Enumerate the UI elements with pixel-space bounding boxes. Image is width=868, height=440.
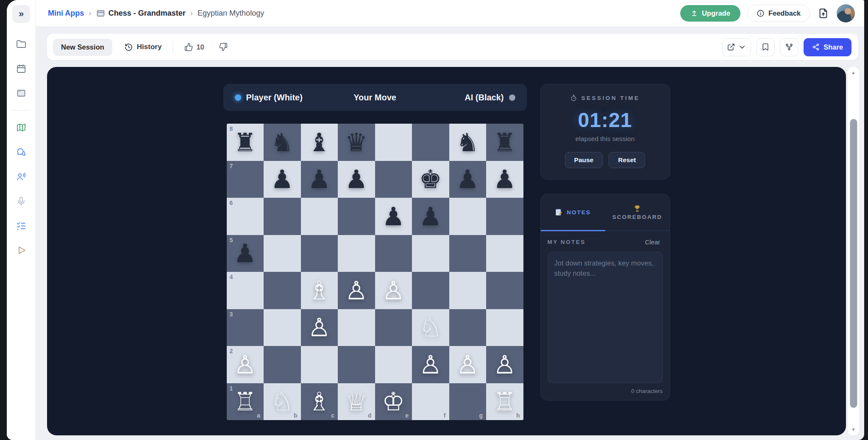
tab-notes[interactable]: NOTES [541, 194, 605, 231]
square-h1[interactable]: h♖ [486, 383, 523, 421]
square-h7[interactable]: ♟ [486, 161, 523, 198]
like-button[interactable]: 10 [181, 42, 206, 52]
square-a6[interactable]: 6 [227, 198, 264, 235]
versions-button[interactable] [780, 38, 798, 56]
piece-black-pawn[interactable]: ♟ [419, 204, 442, 229]
square-f7[interactable]: ♚ [412, 161, 449, 198]
square-a7[interactable]: 7 [227, 161, 264, 198]
scroll-down-arrow[interactable]: ▼ [851, 427, 856, 432]
square-a3[interactable]: 3 [227, 309, 264, 346]
square-e6[interactable]: ♟ [375, 198, 412, 235]
sidebar-item-map[interactable] [12, 119, 31, 137]
square-h8[interactable]: ♜ [486, 124, 523, 161]
piece-white-pawn[interactable]: ♙ [493, 352, 516, 377]
sidebar-item-chat[interactable] [12, 143, 31, 162]
piece-black-queen[interactable]: ♛ [345, 130, 368, 155]
square-a5[interactable]: 5♟ [227, 235, 264, 272]
square-b6[interactable] [264, 198, 301, 235]
square-e7[interactable] [375, 161, 412, 198]
square-d8[interactable]: ♛ [338, 124, 375, 161]
square-f1[interactable]: f [412, 383, 449, 421]
sidebar-item-checklist[interactable] [12, 217, 31, 235]
share-button[interactable]: Share [804, 38, 851, 56]
square-d6[interactable] [338, 198, 375, 235]
piece-black-pawn[interactable]: ♟ [456, 166, 479, 192]
piece-white-knight[interactable]: ♘ [419, 315, 442, 340]
square-c8[interactable]: ♝ [301, 124, 338, 161]
piece-black-pawn[interactable]: ♟ [308, 166, 331, 192]
piece-white-pawn[interactable]: ♙ [345, 278, 368, 303]
square-a8[interactable]: 8♜ [227, 124, 264, 161]
square-g1[interactable]: g [449, 383, 487, 421]
piece-white-pawn[interactable]: ♙ [308, 315, 331, 340]
square-b4[interactable] [264, 272, 301, 309]
square-e1[interactable]: e♔ [375, 383, 412, 421]
piece-black-pawn[interactable]: ♟ [271, 166, 294, 192]
square-b2[interactable] [264, 346, 301, 383]
expand-sidebar-button[interactable]: » [12, 5, 30, 23]
square-c2[interactable] [301, 346, 338, 383]
square-b3[interactable] [264, 309, 301, 346]
square-a2[interactable]: 2♙ [227, 346, 264, 383]
square-e3[interactable] [375, 309, 412, 346]
square-f8[interactable] [412, 124, 449, 161]
piece-white-pawn[interactable]: ♙ [456, 352, 479, 377]
square-a1[interactable]: 1a♖ [227, 383, 264, 421]
square-e8[interactable] [375, 124, 412, 161]
piece-white-king[interactable]: ♔ [382, 389, 405, 414]
square-c1[interactable]: c♗ [301, 383, 338, 421]
square-h5[interactable] [486, 235, 523, 272]
reset-button[interactable]: Reset [609, 152, 645, 168]
piece-black-knight[interactable]: ♞ [456, 130, 479, 155]
piece-white-rook[interactable]: ♖ [493, 389, 516, 414]
sidebar-item-calendar[interactable] [12, 60, 31, 78]
square-e2[interactable] [375, 346, 412, 383]
tab-scoreboard[interactable]: SCOREBOARD [605, 194, 670, 231]
sidebar-item-microphone[interactable] [12, 192, 31, 211]
piece-white-queen[interactable]: ♕ [345, 389, 368, 414]
piece-black-pawn[interactable]: ♟ [382, 204, 405, 229]
piece-white-pawn[interactable]: ♙ [419, 352, 442, 377]
user-avatar[interactable] [837, 4, 855, 22]
breadcrumb-app-label[interactable]: Chess - Grandmaster [108, 9, 186, 18]
piece-white-rook[interactable]: ♖ [234, 389, 256, 414]
square-g3[interactable] [449, 309, 487, 346]
square-d3[interactable] [338, 309, 375, 346]
bookmark-button[interactable] [756, 38, 775, 56]
open-external-button[interactable] [722, 38, 751, 56]
notes-textarea[interactable] [548, 252, 663, 383]
square-g4[interactable] [449, 272, 487, 309]
sidebar-item-mini-apps[interactable] [12, 84, 31, 103]
square-h6[interactable] [486, 198, 523, 235]
square-f6[interactable]: ♟ [412, 198, 449, 235]
square-f5[interactable] [412, 235, 449, 272]
piece-white-bishop[interactable]: ♗ [308, 278, 331, 303]
sidebar-item-folder[interactable] [12, 35, 31, 54]
square-b7[interactable]: ♟ [264, 161, 301, 198]
piece-black-pawn[interactable]: ♟ [493, 166, 516, 192]
square-f2[interactable]: ♙ [412, 346, 449, 383]
feedback-button[interactable]: Feedback [747, 5, 810, 22]
square-g7[interactable]: ♟ [449, 161, 487, 198]
square-g6[interactable] [449, 198, 487, 235]
piece-black-pawn[interactable]: ♟ [234, 241, 256, 266]
scrollbar-track[interactable] [848, 75, 859, 427]
piece-white-pawn[interactable]: ♙ [382, 278, 405, 303]
square-d2[interactable] [338, 346, 375, 383]
new-session-button[interactable]: New Session [53, 39, 112, 56]
sidebar-item-play[interactable] [12, 241, 31, 260]
piece-black-knight[interactable]: ♞ [271, 130, 294, 155]
piece-black-rook[interactable]: ♜ [493, 130, 516, 155]
piece-white-knight[interactable]: ♘ [271, 389, 294, 414]
square-g8[interactable]: ♞ [449, 124, 487, 161]
square-g5[interactable] [449, 235, 487, 272]
square-a4[interactable]: 4 [227, 272, 264, 309]
square-c5[interactable] [301, 235, 338, 272]
vertical-scrollbar[interactable]: ▲ ▼ [848, 67, 859, 435]
scrollbar-thumb[interactable] [850, 119, 857, 408]
piece-white-bishop[interactable]: ♗ [308, 389, 331, 414]
history-button[interactable]: History [122, 42, 164, 52]
clear-notes-button[interactable]: Clear [643, 238, 663, 246]
pause-button[interactable]: Pause [565, 152, 603, 168]
square-g2[interactable]: ♙ [449, 346, 487, 383]
